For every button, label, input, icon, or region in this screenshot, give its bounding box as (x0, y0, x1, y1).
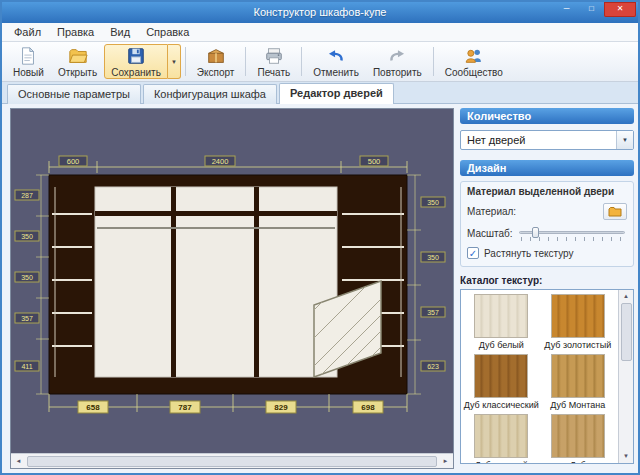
titlebar: Конструктор шкафов-купе ─ □ ✕ (2, 2, 638, 23)
texture-label: Дуб золотистый (544, 340, 611, 350)
undo-arrow-icon (326, 46, 346, 66)
browse-material-button[interactable] (603, 203, 627, 220)
tab-door-editor[interactable]: Редактор дверей (279, 83, 394, 104)
dim-top-center: 2400 (212, 157, 229, 166)
material-group-title: Материал выделенной двери (467, 186, 627, 197)
dim-left-5: 411 (21, 363, 32, 370)
maximize-button[interactable]: □ (579, 2, 604, 17)
texture-item[interactable]: Дуб светлый (463, 414, 540, 464)
horizontal-scrollbar[interactable]: ◄ ► (11, 453, 453, 468)
scale-slider[interactable] (519, 226, 627, 241)
texture-swatch[interactable] (551, 354, 605, 398)
texture-swatch[interactable] (551, 414, 605, 458)
tab-basic-parameters[interactable]: Основные параметры (7, 84, 141, 104)
texture-grid: Дуб белыйДуб золотистыйДуб классическийД… (461, 290, 618, 463)
toolbar-separator (245, 47, 246, 76)
horizontal-scrollbar-thumb[interactable] (27, 456, 437, 467)
drawing-area[interactable]: 600 2400 500 (10, 108, 454, 469)
close-button[interactable]: ✕ (604, 2, 636, 17)
texture-swatch[interactable] (474, 414, 528, 458)
main-content: 600 2400 500 (2, 104, 638, 473)
texture-item[interactable]: Дуб (540, 414, 617, 464)
window-title: Конструктор шкафов-купе (2, 2, 638, 23)
open-button-label: Открыть (58, 67, 97, 78)
redo-button[interactable]: Повторить (366, 44, 429, 79)
menu-view[interactable]: Вид (102, 24, 138, 40)
scroll-down-arrow-icon[interactable]: ▼ (623, 450, 629, 463)
dropdown-arrow-icon[interactable]: ▼ (616, 131, 633, 149)
texture-swatch[interactable] (474, 354, 528, 398)
community-button[interactable]: Сообщество (438, 44, 510, 79)
undo-button-label: Отменить (313, 67, 359, 78)
slider-ticks (521, 237, 625, 241)
quantity-header: Количество (460, 108, 634, 124)
export-button[interactable]: Экспорт (190, 44, 242, 79)
menu-edit[interactable]: Правка (49, 24, 102, 40)
texture-label: Дуб белый (479, 340, 524, 350)
redo-arrow-icon (387, 46, 407, 66)
new-button[interactable]: Новый (6, 44, 51, 79)
export-button-label: Экспорт (197, 67, 235, 78)
undo-button[interactable]: Отменить (306, 44, 366, 79)
app-window: Конструктор шкафов-купе ─ □ ✕ Файл Правк… (0, 0, 640, 475)
scroll-right-arrow-icon[interactable]: ► (438, 454, 453, 468)
redo-button-label: Повторить (373, 67, 422, 78)
stretch-texture-label: Растянуть текстуру (484, 248, 574, 259)
save-button-label: Сохранить (111, 67, 161, 78)
save-split-button: Сохранить ▼ (104, 44, 181, 79)
print-button-label: Печать (257, 67, 290, 78)
tab-strip: Основные параметры Конфигурация шкафа Ре… (2, 82, 638, 104)
texture-label: Дуб классический (464, 400, 539, 410)
tab-wardrobe-configuration[interactable]: Конфигурация шкафа (143, 84, 277, 104)
texture-item[interactable]: Дуб белый (463, 294, 540, 350)
minimize-button[interactable]: ─ (554, 2, 579, 17)
dim-left-4: 357 (21, 315, 33, 322)
toolbar-separator (433, 47, 434, 76)
open-button[interactable]: Открыть (51, 44, 104, 79)
save-button[interactable]: Сохранить (104, 44, 168, 79)
scroll-left-arrow-icon[interactable]: ◄ (11, 454, 26, 468)
save-dropdown-arrow-icon[interactable]: ▼ (168, 44, 181, 79)
texture-catalog-label: Каталог текстур: (460, 275, 634, 286)
texture-list-scrollbar[interactable]: ▲ ▼ (618, 290, 633, 463)
new-document-icon (18, 46, 38, 66)
scroll-up-arrow-icon[interactable]: ▲ (623, 290, 629, 303)
stretch-texture-checkbox[interactable]: ✓ (467, 247, 479, 259)
texture-label: Дуб светлый (475, 460, 528, 464)
texture-scrollbar-thumb[interactable] (621, 303, 632, 361)
dim-left-2: 350 (21, 233, 33, 240)
dim-top-right: 500 (368, 157, 381, 166)
material-groupbox: Материал выделенной двери Материал: Масш… (460, 181, 634, 267)
toolbar-separator (301, 47, 302, 76)
dim-right-2: 350 (427, 254, 439, 261)
menu-file[interactable]: Файл (6, 24, 49, 40)
dim-bottom-1: 658 (86, 403, 100, 412)
dim-right-1: 350 (427, 199, 439, 206)
texture-item[interactable]: Дуб Монтана (540, 354, 617, 410)
material-label: Материал: (467, 206, 516, 217)
stretch-texture-row[interactable]: ✓ Растянуть текстуру (467, 247, 627, 259)
menu-bar: Файл Правка Вид Справка (2, 23, 638, 42)
export-package-icon (206, 46, 226, 66)
scale-row: Масштаб: (467, 226, 627, 241)
texture-item[interactable]: Дуб золотистый (540, 294, 617, 350)
door-quantity-dropdown[interactable]: Нет дверей ▼ (460, 130, 634, 150)
window-controls: ─ □ ✕ (554, 2, 636, 17)
texture-swatch[interactable] (551, 294, 605, 338)
community-button-label: Сообщество (445, 67, 503, 78)
print-button[interactable]: Печать (250, 44, 297, 79)
menu-help[interactable]: Справка (138, 24, 197, 40)
texture-item[interactable]: Дуб классический (463, 354, 540, 410)
material-row: Материал: (467, 202, 627, 220)
folder-icon (608, 206, 622, 217)
toolbar-separator (185, 47, 186, 76)
door-quantity-value: Нет дверей (467, 134, 525, 146)
dim-right-3: 357 (427, 309, 439, 316)
texture-label: Дуб (570, 460, 586, 464)
toolbar: Новый Открыть Сохранить ▼ Экспорт (2, 42, 638, 82)
right-panel: Количество Нет дверей ▼ Дизайн Материал … (460, 108, 634, 464)
save-diskette-icon (126, 46, 146, 66)
texture-label: Дуб Монтана (550, 400, 605, 410)
texture-list[interactable]: Дуб белыйДуб золотистыйДуб классическийД… (460, 289, 634, 464)
texture-swatch[interactable] (474, 294, 528, 338)
